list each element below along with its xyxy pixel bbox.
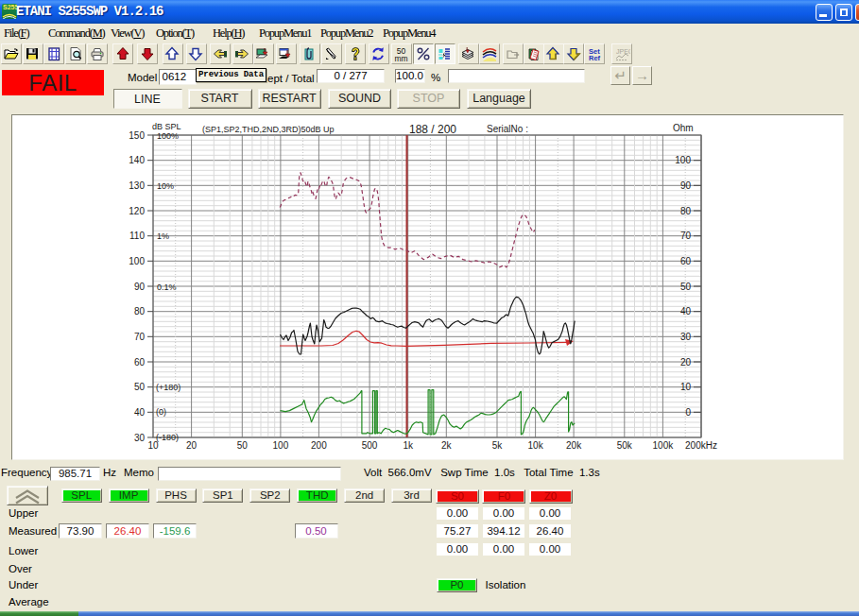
svg-text:20: 20 (186, 440, 198, 451)
svg-text:(SP1,SP2,THD,2ND,3RD)50dB Up: (SP1,SP2,THD,2ND,3RD)50dB Up (202, 125, 335, 134)
svg-text:30: 30 (134, 433, 146, 443)
svg-text:100: 100 (675, 155, 691, 165)
svg-text:70: 70 (680, 231, 692, 241)
svg-text:10%: 10% (157, 181, 174, 191)
svg-text:20: 20 (680, 357, 692, 368)
svg-text:0: 0 (685, 407, 691, 418)
svg-text:10: 10 (680, 382, 692, 392)
svg-text:60: 60 (680, 256, 692, 266)
svg-text:130: 130 (129, 180, 145, 191)
svg-text:150: 150 (129, 130, 145, 141)
svg-text:Ref: Ref (589, 54, 601, 62)
svg-text:200kHz: 200kHz (685, 440, 717, 451)
svg-text:10: 10 (147, 440, 159, 451)
svg-text:(0): (0) (156, 407, 166, 417)
svg-text:SerialNo :: SerialNo : (487, 124, 528, 134)
svg-text:70: 70 (134, 332, 146, 342)
svg-text:40: 40 (680, 306, 692, 317)
svg-text:(-180): (-180) (156, 433, 179, 442)
svg-text:188 / 200: 188 / 200 (409, 123, 456, 136)
svg-text:30: 30 (680, 332, 692, 342)
svg-text:2k: 2k (441, 440, 453, 451)
svg-text:40: 40 (134, 407, 146, 418)
svg-text:10k: 10k (528, 440, 544, 451)
svg-text:80: 80 (134, 306, 146, 317)
svg-text:100: 100 (273, 440, 289, 451)
svg-text:dB SPL: dB SPL (152, 122, 181, 131)
svg-text:140: 140 (129, 155, 145, 165)
svg-text:100%: 100% (157, 131, 179, 141)
svg-text:1k: 1k (403, 440, 414, 451)
svg-text:0.1%: 0.1% (157, 282, 177, 292)
svg-text:50k: 50k (617, 440, 633, 451)
svg-text:90: 90 (134, 282, 146, 292)
svg-text:20k: 20k (566, 440, 582, 451)
svg-text:JPEG: JPEG (616, 48, 630, 55)
svg-text:200: 200 (311, 440, 327, 451)
svg-text:5k: 5k (492, 440, 504, 451)
svg-text:80: 80 (680, 206, 692, 216)
svg-text:50: 50 (134, 382, 146, 392)
svg-text:60: 60 (134, 357, 146, 368)
svg-text:(+180): (+180) (156, 383, 180, 392)
svg-text:120: 120 (129, 206, 145, 216)
svg-text:50: 50 (680, 282, 692, 292)
svg-text:100: 100 (129, 256, 145, 266)
svg-text:1%: 1% (157, 231, 169, 241)
svg-text:50: 50 (237, 440, 249, 451)
svg-text:100k: 100k (653, 440, 675, 451)
svg-text:mm: mm (394, 53, 407, 62)
svg-text:110: 110 (129, 231, 145, 241)
svg-text:90: 90 (680, 180, 692, 191)
svg-text:500: 500 (362, 440, 378, 451)
svg-text:Ohm: Ohm (673, 123, 694, 133)
